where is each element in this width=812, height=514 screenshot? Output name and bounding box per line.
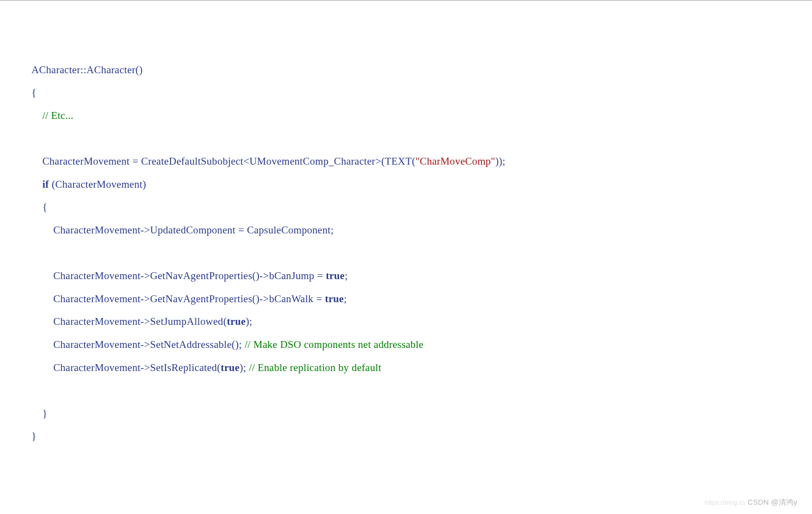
code-line: CharacterMovement->UpdatedComponent = Ca… (31, 224, 334, 236)
code-line: if (CharacterMovement) (31, 178, 146, 190)
code-line: } (31, 430, 36, 442)
watermark-text: CSDN @清鸿y (748, 498, 797, 506)
watermark-url: https://blog.cs (705, 499, 746, 506)
code-line: // Etc... (31, 110, 74, 121)
code-line: CharacterMovement->GetNavAgentProperties… (31, 270, 348, 282)
code-line: } (31, 407, 48, 419)
code-line: CharacterMovement->SetNetAddressable(); … (31, 339, 423, 350)
code-line: CharacterMovement->GetNavAgentProperties… (31, 293, 347, 305)
code-line: CharacterMovement = CreateDefaultSubobje… (31, 155, 505, 167)
code-line: { (31, 201, 48, 213)
code-line: { (31, 86, 36, 98)
watermark: https://blog.csCSDN @清鸿y (705, 494, 797, 510)
code-line: CharacterMovement->SetJumpAllowed(true); (31, 315, 252, 327)
code-block: ACharacter::ACharacter() { // Etc... Cha… (31, 35, 797, 448)
code-line: ACharacter::ACharacter() (31, 64, 142, 76)
code-line: CharacterMovement->SetIsReplicated(true)… (31, 362, 381, 373)
